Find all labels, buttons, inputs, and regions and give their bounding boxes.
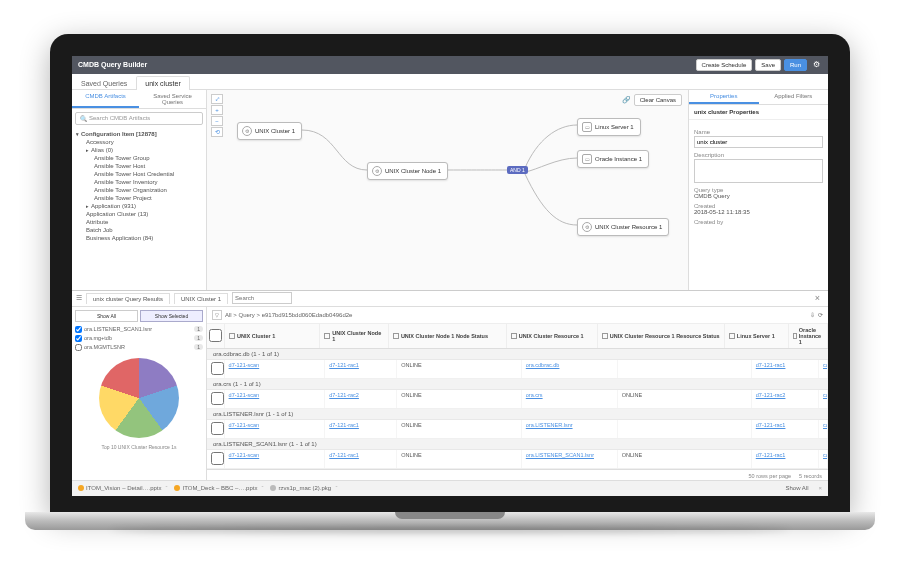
refresh-icon[interactable]: ⟳: [818, 311, 823, 318]
checkbox[interactable]: [75, 335, 82, 342]
node-linux-server[interactable]: ▭ Linux Server 1: [577, 118, 641, 136]
group-row[interactable]: ora.cdbrac.db (1 - 1 of 1): [207, 349, 828, 360]
close-icon[interactable]: ×: [818, 485, 822, 491]
cell-link[interactable]: cdbrac1@d7-121-rac1: [823, 422, 828, 428]
cell-link[interactable]: cdbrac2@d7-121-rac2: [823, 452, 828, 458]
download-item[interactable]: ITOM_Vision – Detail….pptx˅: [78, 485, 168, 492]
cell-link[interactable]: d7-121-rac1: [329, 362, 359, 368]
tree-item[interactable]: Batch Job: [76, 226, 202, 234]
menu-icon[interactable]: ☰: [76, 294, 82, 302]
query-canvas[interactable]: ⤢ + − ⟲ 🔗 Clear Canvas ⚙ UNIX Cluster 1 …: [207, 90, 688, 290]
table-row[interactable]: d7-121-scand7-121-rac1ONLINEora.cdbrac.d…: [207, 360, 828, 379]
select-all-checkbox[interactable]: [207, 324, 225, 348]
cell-link[interactable]: d7-121-rac2: [329, 392, 359, 398]
group-row[interactable]: ora.LISTENER_SCAN1.lsnr (1 - 1 of 1): [207, 439, 828, 450]
tab-saved-service-queries[interactable]: Saved Service Queries: [139, 90, 206, 108]
cell-link[interactable]: ora.LISTENER_SCAN1.lsnr: [526, 452, 594, 458]
cell-link[interactable]: d7-121-scan: [229, 452, 260, 458]
close-icon[interactable]: ×: [811, 293, 824, 303]
results-tab-main[interactable]: unix cluster Query Results: [86, 293, 170, 304]
desc-field[interactable]: [694, 159, 823, 183]
node-unix-cluster[interactable]: ⚙ UNIX Cluster 1: [237, 122, 302, 140]
and-badge[interactable]: AND 1: [507, 166, 528, 174]
col-header[interactable]: UNIX Cluster 1: [225, 324, 320, 348]
filter-check-item[interactable]: ora.mg+tdb1: [75, 334, 203, 343]
cell-link[interactable]: ora.LISTENER.lsnr: [526, 422, 573, 428]
group-row[interactable]: ora.LISTENER.lsnr (1 - 1 of 1): [207, 409, 828, 420]
checkbox[interactable]: [75, 326, 82, 333]
tab-cmdb-artifacts[interactable]: CMDB Artifacts: [72, 90, 139, 108]
cell-link[interactable]: ora.crs: [526, 392, 543, 398]
download-item[interactable]: ITOM_Deck – BBC –….pptx˅: [174, 485, 264, 492]
create-schedule-button[interactable]: Create Schedule: [696, 59, 753, 71]
col-header[interactable]: UNIX Cluster Node 1 Node Status: [389, 324, 507, 348]
tree-item[interactable]: Accessory: [76, 138, 202, 146]
artifact-search[interactable]: 🔍 Search CMDB Artifacts: [75, 112, 203, 125]
cell-link[interactable]: d7-121-rac1: [756, 422, 786, 428]
filter-check-item[interactable]: ora.MGMTLSNR1: [75, 343, 203, 352]
cell-link[interactable]: d7-121-rac2: [756, 392, 786, 398]
settings-icon[interactable]: ⚙: [810, 59, 822, 71]
tree-item[interactable]: Business Application (84): [76, 234, 202, 242]
node-unix-cluster-node[interactable]: ⚙ UNIX Cluster Node 1: [367, 162, 448, 180]
tab-saved-queries[interactable]: Saved Queries: [72, 76, 136, 90]
col-header[interactable]: UNIX Cluster Resource 1: [507, 324, 598, 348]
tab-current-query[interactable]: unix cluster: [136, 76, 189, 90]
tree-item[interactable]: Ansible Tower Host Credential: [76, 170, 202, 178]
tab-applied-filters[interactable]: Applied Filters: [759, 90, 829, 104]
zoom-out-icon[interactable]: −: [211, 116, 223, 126]
filter-check-item[interactable]: ora.LISTENER_SCAN1.lsnr1: [75, 325, 203, 334]
results-search[interactable]: [232, 292, 292, 304]
tree-item[interactable]: Attribute: [76, 218, 202, 226]
cell-link[interactable]: d7-121-scan: [229, 362, 260, 368]
checkbox[interactable]: [75, 344, 82, 351]
show-selected-toggle[interactable]: Show Selected: [140, 310, 203, 322]
tree-item[interactable]: Ansible Tower Project: [76, 194, 202, 202]
zoom-fit-icon[interactable]: ⤢: [211, 94, 223, 104]
results-tab-node[interactable]: UNIX Cluster 1: [174, 293, 228, 304]
row-checkbox[interactable]: [211, 452, 224, 465]
cell-link[interactable]: cdbrac1@d7-121-rac1: [823, 362, 828, 368]
cell-link[interactable]: d7-121-scan: [229, 422, 260, 428]
tree-item[interactable]: Alias (0): [76, 146, 202, 154]
zoom-in-icon[interactable]: +: [211, 105, 223, 115]
cell-link[interactable]: d7-121-rac1: [756, 362, 786, 368]
close-icon[interactable]: ˅: [165, 485, 168, 492]
cell-link[interactable]: d7-121-rac1: [756, 452, 786, 458]
node-unix-cluster-resource[interactable]: ⚙ UNIX Cluster Resource 1: [577, 218, 669, 236]
filter-icon[interactable]: ▽: [212, 310, 222, 320]
col-header[interactable]: Oracle Instance 1: [789, 324, 828, 348]
close-icon[interactable]: ˅: [335, 485, 338, 492]
run-button[interactable]: Run: [784, 59, 807, 71]
tree-root[interactable]: Configuration Item [12878]: [76, 130, 202, 138]
row-checkbox[interactable]: [211, 422, 224, 435]
cell-link[interactable]: d7-121-rac1: [329, 452, 359, 458]
download-item[interactable]: rzvs1p_mac (2).pkg˅: [270, 485, 338, 492]
cell-link[interactable]: ora.cdbrac.db: [526, 362, 560, 368]
group-row[interactable]: ora.crs (1 - 1 of 1): [207, 379, 828, 390]
save-button[interactable]: Save: [755, 59, 781, 71]
close-icon[interactable]: ˅: [261, 485, 264, 492]
show-all-downloads[interactable]: Show All: [785, 485, 808, 491]
cell-link[interactable]: d7-121-rac1: [329, 422, 359, 428]
col-header[interactable]: Linux Server 1: [725, 324, 789, 348]
tree-item[interactable]: Application (931): [76, 202, 202, 210]
table-row[interactable]: d7-121-scand7-121-rac1ONLINEora.LISTENER…: [207, 450, 828, 469]
name-field[interactable]: [694, 136, 823, 148]
table-row[interactable]: d7-121-scand7-121-rac1ONLINEora.LISTENER…: [207, 420, 828, 439]
row-checkbox[interactable]: [211, 392, 224, 405]
table-row[interactable]: d7-121-scand7-121-rac2ONLINEora.crsONLIN…: [207, 390, 828, 409]
tab-properties[interactable]: Properties: [689, 90, 759, 104]
clear-canvas-button[interactable]: Clear Canvas: [634, 94, 682, 106]
tree-item[interactable]: Application Cluster (13): [76, 210, 202, 218]
row-checkbox[interactable]: [211, 362, 224, 375]
col-header[interactable]: UNIX Cluster Node 1: [320, 324, 388, 348]
link-icon[interactable]: 🔗: [622, 96, 631, 104]
tree-item[interactable]: Ansible Tower Organization: [76, 186, 202, 194]
node-oracle-instance[interactable]: ▭ Oracle Instance 1: [577, 150, 649, 168]
tree-item[interactable]: Ansible Tower Group: [76, 154, 202, 162]
cell-link[interactable]: cdbrac2@d7-121-rac2: [823, 392, 828, 398]
rows-per-page[interactable]: 50 rows per page: [749, 473, 792, 479]
cell-link[interactable]: d7-121-scan: [229, 392, 260, 398]
export-icon[interactable]: ⇩: [810, 311, 815, 318]
